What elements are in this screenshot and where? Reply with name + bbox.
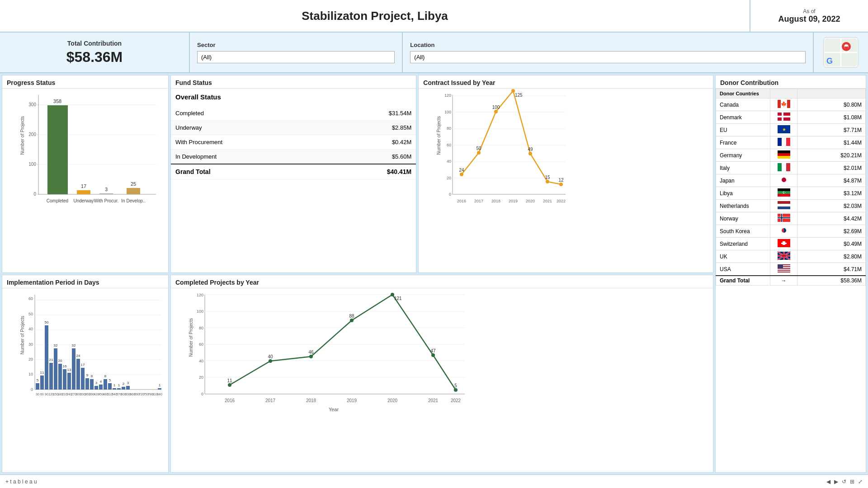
svg-text:120: 120 bbox=[444, 93, 451, 98]
svg-text:9: 9 bbox=[86, 373, 89, 377]
location-select[interactable]: (All) bbox=[410, 51, 806, 63]
donor-flag: 🍁 bbox=[770, 99, 797, 111]
overall-status-label: Overall Status bbox=[171, 91, 416, 104]
svg-text:60: 60 bbox=[28, 296, 33, 301]
svg-text:100: 100 bbox=[28, 162, 36, 167]
main-content: Progress Status Number of Projects 0 100… bbox=[0, 73, 868, 474]
svg-text:100: 100 bbox=[444, 110, 451, 114]
fund-row-procurement: With Procurement $0.42M bbox=[171, 135, 416, 150]
svg-text:50: 50 bbox=[45, 320, 49, 324]
fund-row-underway: Underway $2.85M bbox=[171, 121, 416, 135]
svg-text:1: 1 bbox=[113, 383, 116, 387]
header-title-area: Stabilizaton Project, Libya bbox=[0, 0, 750, 32]
svg-rect-102 bbox=[117, 388, 121, 389]
total-contribution-label: Total Contribution bbox=[67, 40, 122, 47]
donor-flag bbox=[770, 263, 797, 276]
donor-grand-total-arrow: → bbox=[770, 276, 797, 286]
svg-text:80: 80 bbox=[199, 326, 203, 330]
svg-text:Year: Year bbox=[329, 407, 339, 412]
svg-rect-54 bbox=[45, 325, 48, 389]
sector-select[interactable]: (All) bbox=[197, 51, 395, 63]
implementation-title: Implementation Period in Days bbox=[2, 275, 168, 288]
donor-amount: $2.69M bbox=[797, 225, 866, 238]
svg-rect-90 bbox=[99, 385, 103, 389]
implementation-panel: Implementation Period in Days Number of … bbox=[2, 275, 169, 473]
svg-text:1: 1 bbox=[118, 383, 120, 387]
svg-rect-57 bbox=[49, 363, 53, 389]
completed-chart-area: Number of Projects 0 20 40 60 80 100 120 bbox=[171, 288, 713, 420]
svg-text:2021: 2021 bbox=[428, 398, 439, 403]
svg-text:1: 1 bbox=[159, 383, 161, 387]
svg-rect-21 bbox=[47, 105, 68, 194]
progress-bar-chart: 0 100 200 300 358 Completed bbox=[25, 90, 160, 212]
svg-text:2019: 2019 bbox=[509, 199, 518, 203]
completed-line-chart: 0 20 40 60 80 100 120 bbox=[193, 290, 474, 417]
donor-country-name: France bbox=[716, 136, 770, 149]
donor-flag bbox=[770, 174, 797, 187]
implementation-chart-area: Number of Projects 0 10 20 30 40 50 60 bbox=[2, 288, 168, 415]
location-label: Location bbox=[410, 42, 806, 48]
nav-refresh[interactable]: ↺ bbox=[842, 479, 846, 485]
donor-flag bbox=[770, 250, 797, 263]
fund-status-panel: Fund Status Overall Status Completed $31… bbox=[170, 75, 416, 273]
svg-text:0: 0 bbox=[31, 387, 33, 392]
svg-rect-24 bbox=[77, 190, 90, 194]
page-title: Stabilizaton Project, Libya bbox=[302, 9, 448, 23]
contract-y-axis-label: Number of Projects bbox=[437, 116, 442, 155]
svg-text:30: 30 bbox=[36, 393, 39, 396]
svg-text:40: 40 bbox=[268, 354, 273, 359]
fund-label-completed: Completed bbox=[171, 106, 324, 121]
svg-text:49: 49 bbox=[528, 147, 533, 152]
tableau-label: + t a b l e a u bbox=[5, 479, 37, 485]
donor-table-row: Denmark $1.08M bbox=[716, 111, 866, 124]
donor-flag bbox=[770, 200, 797, 212]
donor-country-name: USA bbox=[716, 263, 770, 276]
svg-text:2021: 2021 bbox=[543, 199, 552, 203]
donor-amount: $4.42M bbox=[797, 212, 866, 225]
donor-amount: $0.49M bbox=[797, 238, 866, 250]
svg-rect-205 bbox=[778, 116, 790, 117]
filters-row: Total Contribution $58.36M Sector (All) … bbox=[0, 33, 868, 73]
svg-text:20: 20 bbox=[58, 359, 62, 363]
nav-back[interactable]: ◀ bbox=[826, 479, 830, 485]
donor-grand-total-value: $58.36M bbox=[797, 276, 866, 286]
svg-text:32: 32 bbox=[54, 343, 58, 347]
svg-rect-60 bbox=[54, 348, 57, 389]
svg-rect-208 bbox=[778, 138, 782, 146]
nav-forward[interactable]: ▶ bbox=[834, 479, 838, 485]
donor-table-row: USA $4.71M bbox=[716, 263, 866, 276]
svg-text:11: 11 bbox=[227, 378, 232, 383]
svg-rect-223 bbox=[778, 201, 790, 204]
completed-by-year-panel: Completed Projects by Year Number of Pro… bbox=[170, 275, 713, 473]
donor-country-name: Germany bbox=[716, 149, 770, 162]
svg-point-158 bbox=[546, 180, 549, 183]
donor-country-name: Norway bbox=[716, 212, 770, 225]
svg-rect-214 bbox=[778, 163, 782, 171]
svg-text:60: 60 bbox=[199, 342, 203, 347]
nav-expand[interactable]: ⤢ bbox=[858, 479, 863, 485]
svg-text:3: 3 bbox=[95, 381, 98, 385]
svg-text:0: 0 bbox=[33, 192, 36, 197]
svg-text:90: 90 bbox=[45, 393, 48, 396]
svg-text:☪: ☪ bbox=[782, 191, 785, 195]
donor-flag bbox=[770, 225, 797, 238]
svg-rect-248 bbox=[778, 269, 790, 270]
donor-contribution-panel: Donor Contribution Donor Countries Canad… bbox=[715, 75, 866, 473]
svg-text:24: 24 bbox=[76, 354, 80, 358]
svg-text:300: 300 bbox=[28, 102, 36, 107]
date-value: August 09, 2022 bbox=[778, 14, 840, 24]
donor-table-row: UK $2.80M bbox=[716, 250, 866, 263]
donor-flag bbox=[770, 238, 797, 250]
donor-contribution-title: Donor Contribution bbox=[716, 75, 866, 89]
svg-text:13: 13 bbox=[67, 368, 71, 372]
svg-text:50: 50 bbox=[476, 146, 482, 151]
donor-table-row: France $1.44M bbox=[716, 136, 866, 149]
donor-col-flag bbox=[770, 89, 797, 99]
map-icon: G bbox=[823, 37, 859, 68]
nav-home[interactable]: ⊞ bbox=[850, 479, 854, 485]
svg-text:8: 8 bbox=[91, 374, 93, 378]
svg-text:2016: 2016 bbox=[225, 398, 235, 403]
sector-filter-group: Sector (All) bbox=[190, 33, 403, 72]
svg-text:40: 40 bbox=[447, 159, 451, 164]
svg-text:20: 20 bbox=[28, 357, 33, 361]
